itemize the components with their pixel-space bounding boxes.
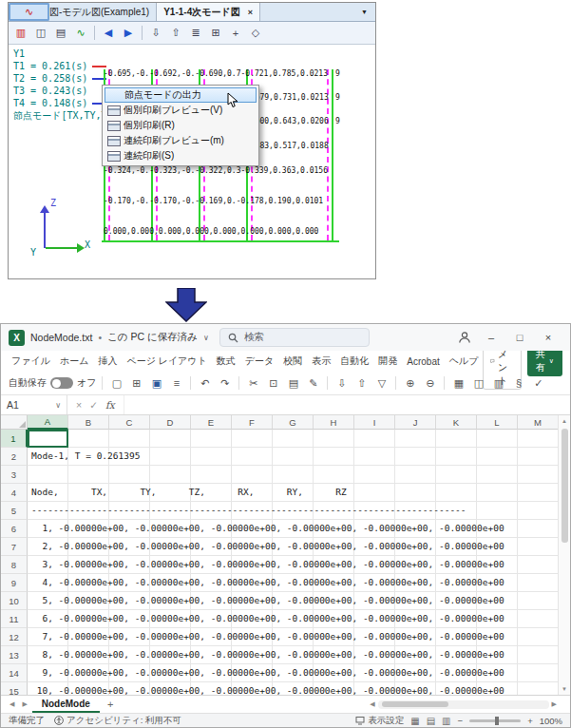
tab-list-caret-icon[interactable]: ▼ bbox=[353, 9, 375, 15]
column-header-L[interactable]: L bbox=[477, 415, 518, 430]
row-header[interactable]: 9 bbox=[1, 574, 28, 592]
sheet-row[interactable]: ----------------------------------------… bbox=[28, 502, 559, 520]
row-header[interactable]: 12 bbox=[1, 628, 28, 646]
sort-asc-icon[interactable]: ⇩ bbox=[333, 375, 350, 392]
sheet-row[interactable]: Node, TX, TY, TZ, RX, RY, RZ bbox=[28, 484, 559, 502]
row-header[interactable]: 8 bbox=[1, 556, 28, 574]
print-icon[interactable]: ≡ bbox=[168, 375, 184, 392]
confirm-entry-icon[interactable]: ✓ bbox=[89, 399, 98, 411]
column-header-I[interactable]: I bbox=[354, 415, 395, 430]
column-header-D[interactable]: D bbox=[150, 415, 191, 430]
hscroll-thumb[interactable] bbox=[382, 701, 448, 707]
table-icon[interactable]: ▦ bbox=[450, 375, 466, 392]
format-painter-icon[interactable]: ✎ bbox=[305, 375, 321, 392]
display-split-icon[interactable]: ◫ bbox=[31, 24, 50, 43]
column-header-H[interactable]: H bbox=[314, 415, 354, 430]
sort-desc-icon[interactable]: ⇧ bbox=[353, 375, 370, 392]
tab-help[interactable]: ヘルプ bbox=[445, 351, 484, 372]
sheet-row[interactable]: 9, -0.00000e+00, -0.00000e+00, -0.00000e… bbox=[28, 664, 559, 682]
sheet-row[interactable]: Mode-1, T = 0.261395 bbox=[28, 448, 559, 466]
column-header-M[interactable]: M bbox=[518, 415, 559, 430]
undo-icon[interactable]: ↶ bbox=[197, 375, 213, 392]
save-status-caret-icon[interactable]: ∨ bbox=[203, 334, 209, 342]
sheet-row[interactable]: 1, -0.00000e+00, -0.00000e+00, -0.00000e… bbox=[28, 520, 559, 538]
add-sheet-icon[interactable]: + bbox=[102, 699, 119, 710]
tab-review[interactable]: 校閲 bbox=[278, 351, 307, 372]
row-header[interactable]: 6 bbox=[1, 520, 28, 538]
tab-insert[interactable]: 挿入 bbox=[93, 351, 122, 372]
display-red-icon[interactable]: ▥ bbox=[11, 24, 30, 43]
name-box-caret-icon[interactable]: ∨ bbox=[55, 401, 61, 410]
page-break-view-icon[interactable]: ▥ bbox=[442, 716, 450, 726]
redo-icon[interactable]: ↷ bbox=[217, 375, 233, 392]
row-header[interactable]: 2 bbox=[1, 448, 28, 466]
menu-item-node-mode-output[interactable]: 節点モードの出力 bbox=[105, 87, 257, 103]
next-view-icon[interactable]: ▶ bbox=[119, 24, 138, 43]
row-header[interactable]: 10 bbox=[1, 592, 28, 610]
prev-view-icon[interactable]: ◀ bbox=[99, 24, 118, 43]
save-icon[interactable]: ▣ bbox=[148, 375, 164, 392]
row-header[interactable]: 11 bbox=[1, 610, 28, 628]
column-header-E[interactable]: E bbox=[191, 415, 232, 430]
sheet-row[interactable]: 4, -0.00000e+00, -0.00000e+00, -0.00000e… bbox=[28, 574, 559, 592]
tab-mode-view[interactable]: Y1-1-4次モード図 × bbox=[157, 3, 260, 21]
vertical-scrollbar[interactable]: ▲ ▼ bbox=[558, 415, 570, 695]
row-header[interactable]: 1 bbox=[1, 430, 28, 448]
accessibility-status[interactable]: アクセシビリティ: 利用不可 bbox=[54, 715, 181, 727]
insert-function-icon[interactable]: fx bbox=[105, 399, 115, 411]
page-layout-view-icon[interactable]: ▤ bbox=[427, 716, 435, 726]
scroll-right-icon[interactable]: ▶ bbox=[552, 700, 557, 708]
menu-item-continuous-print[interactable]: 連続印刷(S) bbox=[105, 148, 257, 163]
sheet-row[interactable]: 3, -0.00000e+00, -0.00000e+00, -0.00000e… bbox=[28, 556, 559, 574]
hscroll-track[interactable] bbox=[378, 700, 549, 709]
close-button[interactable]: × bbox=[534, 325, 562, 351]
column-header-J[interactable]: J bbox=[395, 415, 436, 430]
tab-acrobat[interactable]: Acrobat bbox=[402, 351, 444, 372]
sheet-row[interactable]: 7, -0.00000e+00, -0.00000e+00, -0.00000e… bbox=[28, 628, 559, 646]
shape-view-icon[interactable]: ◇ bbox=[246, 24, 265, 43]
column-header-F[interactable]: F bbox=[232, 415, 273, 430]
row-header[interactable]: 5 bbox=[1, 502, 28, 520]
column-header-C[interactable]: C bbox=[109, 415, 150, 430]
scrollbar-thumb[interactable] bbox=[561, 429, 568, 543]
column-header-G[interactable]: G bbox=[273, 415, 314, 430]
zoom-in-icon[interactable]: ⊕ bbox=[402, 375, 418, 392]
filter-icon[interactable]: ▽ bbox=[373, 375, 390, 392]
tab-developer[interactable]: 開発 bbox=[373, 351, 402, 372]
cad-canvas[interactable]: Y1 T1 = 0.261(s) T2 = 0.258(s) T3 = 0.24… bbox=[9, 45, 375, 278]
scroll-left-icon[interactable]: ◀ bbox=[370, 700, 374, 708]
sheet-row[interactable]: 8, -0.00000e+00, -0.00000e+00, -0.00000e… bbox=[28, 646, 559, 664]
row-header[interactable]: 4 bbox=[1, 484, 28, 502]
sort-up-icon[interactable]: ⇧ bbox=[166, 24, 185, 43]
zoom-level[interactable]: 100% bbox=[540, 716, 562, 726]
column-header-A[interactable]: A bbox=[28, 415, 68, 430]
save-status[interactable]: この PC に保存済み bbox=[107, 331, 198, 344]
scroll-up-icon[interactable]: ▲ bbox=[561, 415, 567, 427]
sheet-row[interactable] bbox=[28, 430, 559, 448]
normal-view-icon[interactable]: ▦ bbox=[410, 716, 419, 726]
cell-grid[interactable]: Mode-1, T = 0.261395 Node, TX, TY, TZ, R… bbox=[28, 430, 559, 695]
symbol-icon[interactable]: § bbox=[510, 375, 526, 392]
row-header[interactable]: 3 bbox=[1, 466, 28, 484]
tab-home[interactable]: ホーム bbox=[55, 351, 93, 372]
search-box[interactable]: 検索 bbox=[219, 328, 370, 347]
zoom-slider-knob[interactable] bbox=[495, 717, 499, 725]
scroll-down-icon[interactable]: ▼ bbox=[561, 683, 567, 695]
name-box[interactable]: A1 ∨ bbox=[1, 395, 67, 414]
display-settings-button[interactable]: 表示設定 bbox=[355, 715, 404, 727]
row-header[interactable]: 14 bbox=[1, 664, 28, 682]
tab-page-layout[interactable]: ページ レイアウト bbox=[122, 351, 211, 372]
open-icon[interactable]: ⊞ bbox=[128, 375, 144, 392]
new-file-icon[interactable]: ▢ bbox=[108, 375, 124, 392]
cancel-entry-icon[interactable]: × bbox=[76, 399, 82, 411]
check-icon[interactable]: ✓ bbox=[530, 375, 546, 392]
sheet-row[interactable]: 10, -0.00000e+00, -0.00000e+00, -0.00000… bbox=[28, 682, 559, 695]
close-tab-icon[interactable]: × bbox=[248, 8, 253, 17]
minimize-button[interactable]: – bbox=[477, 325, 505, 351]
sheet-row[interactable] bbox=[28, 466, 559, 484]
row-header[interactable]: 15 bbox=[1, 682, 28, 695]
account-icon[interactable] bbox=[452, 331, 477, 344]
sheet-nav-next-icon[interactable]: ▶ bbox=[19, 700, 29, 708]
sheet-row[interactable]: 6, -0.00000e+00, -0.00000e+00, -0.00000e… bbox=[28, 610, 559, 628]
cut-icon[interactable]: ✂ bbox=[245, 375, 261, 392]
